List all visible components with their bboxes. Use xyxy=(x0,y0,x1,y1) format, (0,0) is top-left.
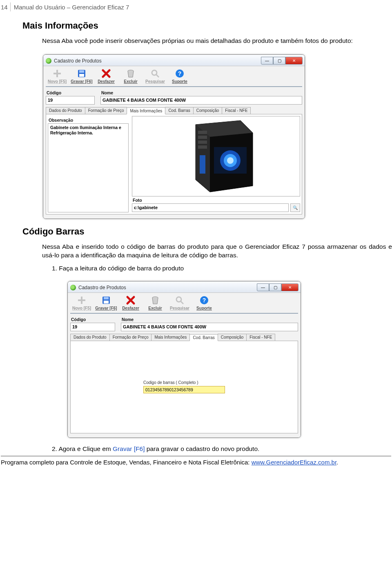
footer-divider xyxy=(1,456,391,456)
window-titlebar-2[interactable]: Cadastro de Produtos — ▢ ✕ xyxy=(68,281,301,292)
minimize-button[interactable]: — xyxy=(261,57,273,65)
maximize-button[interactable]: ▢ xyxy=(273,57,285,65)
window-cadastro-produtos-1: Cadastro de Produtos — ▢ ✕ Novo [F5] xyxy=(43,54,305,219)
cancel-x-icon xyxy=(100,68,112,79)
window-title-2: Cadastro de Produtos xyxy=(78,285,257,290)
page-header: 14 Manual do Usuário – Gerenciador Efica… xyxy=(0,0,392,12)
close-button[interactable]: ✕ xyxy=(285,57,303,65)
codigo-input[interactable] xyxy=(46,96,95,105)
svg-rect-22 xyxy=(200,155,205,174)
tab-cod-barras[interactable]: Cod. Barras xyxy=(165,107,193,114)
foto-path-input[interactable] xyxy=(132,203,289,212)
app-icon xyxy=(46,58,51,64)
step2-prefix: 2. Agora e Clique em xyxy=(52,445,113,452)
window-cadastro-produtos-2: Cadastro de Produtos — ▢ ✕ Novo [F5] Gra… xyxy=(67,281,301,438)
codigo-input[interactable] xyxy=(70,323,115,331)
page-number: 14 xyxy=(1,4,8,11)
svg-rect-19 xyxy=(198,136,207,139)
svg-rect-26 xyxy=(104,297,109,299)
section-title-codigo-barras: Código Barras xyxy=(22,226,392,237)
toolbar-2: Novo [F5] Gravar [F6] Desfazer Excluir P… xyxy=(70,294,298,314)
codigo-label: Código xyxy=(71,317,115,322)
pesquisar-button[interactable]: Pesquisar xyxy=(168,295,191,310)
save-icon xyxy=(76,68,87,79)
tab-dados-produto[interactable]: Dados do Produto xyxy=(46,107,85,114)
section2-paragraph: Nessa Aba e inserido todo o código de ba… xyxy=(42,243,392,260)
tab-composicao[interactable]: Composição xyxy=(193,107,223,114)
svg-point-29 xyxy=(176,297,181,302)
tabs: Dados do Produto Formação de Preço Mais … xyxy=(46,107,302,114)
toolbar: Novo [F5] Gravar [F6] Desfazer xyxy=(46,67,302,87)
nome-input[interactable] xyxy=(121,323,298,331)
product-photo xyxy=(171,118,261,194)
footer-link[interactable]: www.GerenciadorEficaz.com.br xyxy=(252,459,336,466)
observacao-label: Observação xyxy=(49,118,129,123)
novo-button[interactable]: Novo [F5] xyxy=(70,295,93,310)
excluir-button[interactable]: Excluir xyxy=(144,295,167,310)
step2-suffix: para gravar o cadastro do novo produto. xyxy=(145,445,259,452)
help-icon: ? xyxy=(174,68,185,79)
pesquisar-button[interactable]: Pesquisar xyxy=(144,68,167,84)
svg-text:?: ? xyxy=(178,70,182,77)
help-icon: ? xyxy=(198,295,210,306)
tab-composicao[interactable]: Composição xyxy=(218,334,247,341)
tab-cod-barras[interactable]: Cod. Barras xyxy=(189,334,218,341)
search-icon xyxy=(174,295,185,306)
tab-mais-informacoes[interactable]: Mais Informações xyxy=(127,107,165,114)
trash-icon xyxy=(125,68,136,79)
desfazer-button[interactable]: Desfazer xyxy=(95,68,118,84)
barcode-input[interactable] xyxy=(143,386,225,393)
footer-prefix: Programa completo para Controle de Estoq… xyxy=(1,459,252,466)
maximize-button[interactable]: ▢ xyxy=(269,283,281,291)
gravar-link-text: Gravar [F6] xyxy=(113,445,145,452)
svg-rect-24 xyxy=(78,299,85,301)
suporte-button[interactable]: ? Suporte xyxy=(193,295,216,310)
suporte-button[interactable]: ? Suporte xyxy=(168,68,191,84)
nome-input[interactable] xyxy=(100,96,302,105)
svg-rect-20 xyxy=(198,141,207,144)
browse-button[interactable]: 🔍 xyxy=(290,203,300,212)
tabs-2: Dados do Produto Formação de Preço Mais … xyxy=(70,334,298,341)
novo-button[interactable]: Novo [F5] xyxy=(46,68,69,84)
plus-icon xyxy=(51,68,63,79)
barcode-label: Codigo de barras ( Completo ) xyxy=(143,380,225,385)
plus-icon xyxy=(76,295,87,306)
svg-line-30 xyxy=(181,301,183,304)
foto-label: Foto xyxy=(133,198,300,203)
svg-rect-3 xyxy=(79,70,84,73)
step-1: 1. Faça a leitura do código de barra do … xyxy=(52,265,392,272)
tab-fiscal-nfe[interactable]: Fiscal - NFE xyxy=(246,334,275,341)
tab-formacao-preco[interactable]: Formação de Preço xyxy=(85,107,127,114)
observacao-textarea[interactable]: Gabinete com Iluminação Interna e Refrig… xyxy=(48,123,129,212)
tab-fiscal-nfe[interactable]: Fiscal - NFE xyxy=(222,107,251,114)
tab-formacao-preco[interactable]: Formação de Preço xyxy=(109,334,152,341)
gravar-button[interactable]: Gravar [F6] xyxy=(95,295,118,310)
tab-dados-produto[interactable]: Dados do Produto xyxy=(70,334,110,341)
svg-point-6 xyxy=(152,70,157,75)
desfazer-button[interactable]: Desfazer xyxy=(119,295,142,310)
svg-rect-27 xyxy=(104,301,109,304)
minimize-button[interactable]: — xyxy=(257,283,269,291)
footer-suffix: . xyxy=(336,459,338,466)
trash-icon xyxy=(149,295,161,306)
excluir-button[interactable]: Excluir xyxy=(119,68,142,84)
svg-rect-18 xyxy=(198,131,207,134)
svg-text:?: ? xyxy=(203,297,206,304)
section1-paragraph: Nessa Aba você pode inserir observações … xyxy=(42,37,392,45)
svg-rect-1 xyxy=(53,73,61,74)
section-title-mais-informacoes: Mais Informações xyxy=(22,20,392,31)
svg-point-17 xyxy=(227,157,234,164)
close-button[interactable]: ✕ xyxy=(281,283,298,291)
app-icon xyxy=(70,285,76,290)
header-separator xyxy=(10,2,11,11)
svg-rect-21 xyxy=(198,145,207,149)
nome-label: Nome xyxy=(122,317,298,322)
gravar-button[interactable]: Gravar [F6] xyxy=(70,68,93,84)
codigo-label: Código xyxy=(47,90,95,95)
tab-mais-informacoes[interactable]: Mais Informações xyxy=(151,334,190,341)
window-titlebar[interactable]: Cadastro de Produtos — ▢ ✕ xyxy=(43,55,305,66)
cancel-x-icon xyxy=(125,295,136,306)
svg-rect-4 xyxy=(79,74,84,77)
search-icon xyxy=(149,68,161,79)
tab-panel-cod-barras: Codigo de barras ( Completo ) xyxy=(70,341,298,433)
